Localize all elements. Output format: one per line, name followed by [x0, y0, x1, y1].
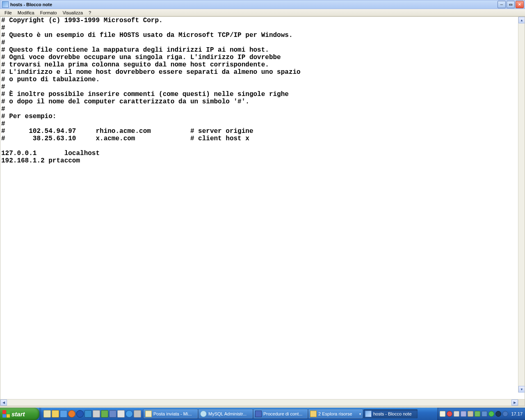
task-mysql-admin[interactable]: MySQL Administr...	[199, 409, 253, 418]
folder-icon	[310, 411, 317, 417]
notepad-icon	[365, 411, 372, 417]
ql-wmplayer-icon[interactable]	[76, 410, 84, 418]
task-posta-inviata[interactable]: Posta inviata - Mi...	[144, 409, 198, 418]
horizontal-scrollbar[interactable]: ◀ ▶	[0, 399, 525, 406]
menu-file[interactable]: File	[2, 10, 15, 16]
task-esplora-risorse[interactable]: 2 Esplora risorse ▾	[308, 409, 363, 418]
taskbar: start Posta inviata - Mi... MySQL Admini…	[0, 408, 525, 420]
task-procedure[interactable]: Procedure di cont...	[253, 409, 308, 418]
taskbtn-label: hosts - Blocco note	[373, 411, 412, 416]
scroll-corner	[518, 399, 525, 406]
taskbtn-label: Procedure di cont...	[263, 411, 302, 416]
ql-app5-icon[interactable]	[134, 410, 141, 418]
tray-shield-icon[interactable]	[447, 411, 452, 417]
tray-app1-icon[interactable]	[454, 411, 459, 417]
taskbtn-label: 2 Esplora risorse	[318, 411, 352, 416]
tray-app2-icon[interactable]	[461, 411, 466, 417]
mysql-icon	[200, 411, 207, 417]
close-button[interactable]: ✕	[516, 1, 524, 8]
editor-text[interactable]: # Copyright (c) 1993-1999 Microsoft Corp…	[0, 17, 525, 164]
tray-app3-icon[interactable]	[468, 411, 473, 417]
windows-logo-icon	[2, 410, 10, 418]
menu-bar: File Modifica Formato Visualizza ?	[0, 9, 525, 16]
menu-help[interactable]: ?	[86, 10, 94, 16]
notepad-icon	[2, 1, 9, 8]
window-titlebar: hosts - Blocco note ─ ▭ ✕	[0, 0, 525, 9]
ql-ie-icon[interactable]	[126, 410, 133, 418]
scroll-up-icon[interactable]: ▲	[518, 17, 525, 23]
ql-desktop-icon[interactable]	[43, 410, 51, 418]
taskbtn-label: MySQL Administr...	[208, 411, 247, 416]
ql-firefox-icon[interactable]	[68, 410, 75, 418]
tray-status-icon[interactable]	[488, 411, 494, 417]
taskbar-buttons: Posta inviata - Mi... MySQL Administr...…	[143, 408, 437, 420]
scroll-right-icon[interactable]: ▶	[511, 399, 518, 406]
ql-msn-icon[interactable]	[101, 410, 108, 418]
clock[interactable]: 17.17	[511, 411, 523, 416]
menu-modifica[interactable]: Modifica	[15, 10, 37, 16]
task-hosts-notepad[interactable]: hosts - Blocco note	[363, 409, 418, 418]
quicklaunch	[42, 408, 143, 420]
chevron-down-icon: ▾	[358, 412, 361, 416]
start-button[interactable]: start	[0, 408, 39, 420]
ql-app3-icon[interactable]	[109, 410, 116, 418]
scroll-left-icon[interactable]: ◀	[0, 399, 7, 406]
tray-msn-icon[interactable]	[475, 411, 480, 417]
tray-mail-icon[interactable]	[440, 411, 445, 417]
ql-app1-icon[interactable]	[84, 410, 92, 418]
menu-visualizza[interactable]: Visualizza	[60, 10, 86, 16]
tray-network-icon[interactable]	[482, 411, 487, 417]
editor-area: # Copyright (c) 1993-1999 Microsoft Corp…	[0, 16, 525, 406]
system-tray: 17.17	[437, 408, 525, 420]
scroll-down-icon[interactable]: ▼	[518, 386, 525, 393]
window-title: hosts - Blocco note	[10, 2, 52, 7]
ql-app4-icon[interactable]	[117, 410, 125, 418]
ql-outlook-icon[interactable]	[52, 410, 59, 418]
ql-thunderbird-icon[interactable]	[60, 410, 67, 418]
maximize-button[interactable]: ▭	[507, 1, 515, 8]
tray-volume-icon[interactable]	[495, 411, 501, 417]
vertical-scrollbar[interactable]: ▲ ▼	[518, 17, 525, 393]
start-label: start	[11, 411, 25, 418]
taskbtn-label: Posta inviata - Mi...	[153, 411, 192, 416]
tray-app4-icon[interactable]	[502, 411, 508, 417]
scroll-track[interactable]	[7, 399, 511, 406]
minimize-button[interactable]: ─	[498, 1, 506, 8]
word-icon	[255, 411, 262, 417]
menu-formato[interactable]: Formato	[37, 10, 60, 16]
ql-app2-icon[interactable]	[93, 410, 100, 418]
outlook-express-icon	[145, 411, 152, 417]
